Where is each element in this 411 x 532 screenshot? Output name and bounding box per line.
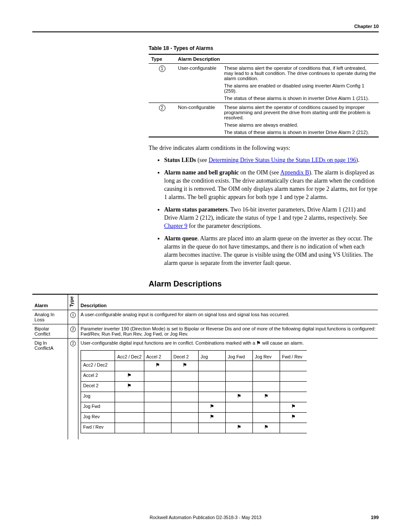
link-status-leds[interactable]: Determining Drive Status Using the Statu… <box>209 157 356 163</box>
conflict-mark-icon: ⚑ <box>291 404 296 409</box>
matrix-row: Jog Fwd⚑⚑ <box>81 402 307 412</box>
matrix-cell <box>144 392 171 402</box>
conflict-mark-icon: ⚑ <box>156 362 160 367</box>
matrix-col-header: Acc2 / Dec2 <box>115 350 144 361</box>
alarm-name: Bipolar Conflict <box>32 324 68 338</box>
matrix-cell: ⚑ <box>198 402 225 412</box>
alarm-type-name: Non-configurable <box>175 103 221 137</box>
matrix-cell <box>171 392 198 402</box>
matrix-cell <box>225 381 252 392</box>
matrix-row: Accel 2⚑ <box>81 371 307 381</box>
matrix-cell <box>144 371 171 381</box>
matrix-cell <box>198 361 225 371</box>
b1-strong: Status LEDs <box>164 157 196 163</box>
matrix-cell <box>198 381 225 392</box>
circled-2-icon: 2 <box>159 105 165 111</box>
matrix-cell <box>115 423 144 433</box>
desc-p2: These alarms are always enabled. <box>224 122 376 128</box>
matrix-row: Jog Rev⚑⚑ <box>81 412 307 423</box>
conflict-mark-icon: ⚑ <box>183 362 187 367</box>
matrix-cell <box>198 371 225 381</box>
alarm-descriptions-heading: Alarm Descriptions <box>149 279 379 289</box>
desc-p1: These alarms alert the operator of condi… <box>224 105 376 120</box>
matrix-col-header: Decel 2 <box>171 350 198 361</box>
matrix-cell: ⚑ <box>252 423 280 433</box>
matrix-cell <box>225 412 252 423</box>
link-chapter-9[interactable]: Chapter 9 <box>164 223 187 229</box>
matrix-cell <box>171 412 198 423</box>
footer-publication: Rockwell Automation Publication D2-3518-… <box>0 515 411 520</box>
matrix-cell <box>171 371 198 381</box>
matrix-cell <box>280 361 307 371</box>
matrix-cell <box>252 402 280 412</box>
matrix-row: Acc2 / Dec2⚑⚑ <box>81 361 307 371</box>
circled-2-icon: 2 <box>70 341 76 346</box>
matrix-row: Decel 2⚑ <box>81 381 307 392</box>
matrix-cell <box>280 392 307 402</box>
alarm-type-desc: These alarms alert the operator of condi… <box>221 103 379 137</box>
matrix-cell: ⚑ <box>115 381 144 392</box>
list-item-status-leds: Status LEDs (see Determining Drive Statu… <box>164 156 379 164</box>
alarm-type-desc: These alarms alert the operator of condi… <box>221 64 379 103</box>
th-description: Description <box>78 294 378 310</box>
matrix-cell <box>225 361 252 371</box>
matrix-row: Jog⚑⚑ <box>81 392 307 402</box>
alarm-name: Dig In ConflictA <box>32 338 68 439</box>
matrix-cell <box>171 402 198 412</box>
table18-caption: Table 18 - Types of Alarms <box>149 45 379 51</box>
conflict-mark-icon: ⚑ <box>127 383 131 388</box>
matrix-cell <box>115 412 144 423</box>
list-item-alarm-name: Alarm name and bell graphic on the OIM (… <box>164 168 379 201</box>
conflict-mark-icon: ⚑ <box>237 393 241 398</box>
matrix-row-label: Acc2 / Dec2 <box>81 361 115 371</box>
table-row: Dig In ConflictA 2 User-configurable dig… <box>32 338 378 439</box>
matrix-cell <box>115 361 144 371</box>
page-number: 199 <box>371 515 379 520</box>
b2-strong: Alarm name and bell graphic <box>164 169 239 176</box>
matrix-cell: ⚑ <box>171 361 198 371</box>
matrix-cell <box>115 392 144 402</box>
desc-p3: The status of these alarms is shown in i… <box>224 96 376 101</box>
conflict-mark-icon: ⚑ <box>256 340 261 346</box>
conflict-mark-icon: ⚑ <box>291 414 296 419</box>
matrix-cell <box>225 371 252 381</box>
body-list: Status LEDs (see Determining Drive Statu… <box>149 156 379 267</box>
matrix-cell <box>171 381 198 392</box>
matrix-col-header: Accel 2 <box>144 350 171 361</box>
matrix-cell: ⚑ <box>198 412 225 423</box>
matrix-row-label: Jog Fwd <box>81 402 115 412</box>
matrix-cell <box>115 402 144 412</box>
matrix-cell <box>144 423 171 433</box>
matrix-cell <box>252 371 280 381</box>
matrix-col-header: Fwd / Rev <box>280 350 307 361</box>
alarm-name: Analog In Loss <box>32 310 68 324</box>
b1-mid: (see <box>196 157 209 163</box>
matrix-cell: ⚑ <box>144 361 171 371</box>
link-appendix-b[interactable]: Appendix B <box>280 169 309 176</box>
circled-1-icon: 1 <box>70 312 76 318</box>
matrix-row-label: Jog Rev <box>81 412 115 423</box>
list-item-alarm-queue: Alarm queue. Alarms are placed into an a… <box>164 234 379 267</box>
conflict-mark-icon: ⚑ <box>210 414 214 419</box>
matrix-row-label: Accel 2 <box>81 371 115 381</box>
list-item-alarm-status: Alarm status parameters. Two 16-bit inve… <box>164 205 379 230</box>
table-types-of-alarms: Type Alarm Description 1 User-configurab… <box>149 54 379 137</box>
matrix-cell <box>225 402 252 412</box>
circled-2-icon: 2 <box>70 327 76 332</box>
matrix-cell <box>171 423 198 433</box>
matrix-cell <box>280 371 307 381</box>
matrix-cell <box>280 381 307 392</box>
matrix-cell: ⚑ <box>280 402 307 412</box>
th-alarm: Alarm <box>32 294 68 310</box>
matrix-cell: ⚑ <box>225 423 252 433</box>
matrix-cell <box>198 392 225 402</box>
conflict-mark-icon: ⚑ <box>264 393 268 398</box>
matrix-cell <box>144 381 171 392</box>
alarm-desc-cell: User-configurable digital input function… <box>78 338 378 439</box>
alarm-type-name: User-configurable <box>175 64 221 103</box>
b4-strong: Alarm queue <box>164 235 197 242</box>
matrix-corner <box>81 350 115 361</box>
b3-strong: Alarm status parameters <box>164 206 227 213</box>
table-alarm-descriptions: Alarm Type Description Analog In Loss 1 … <box>32 294 378 439</box>
matrix-cell: ⚑ <box>280 412 307 423</box>
